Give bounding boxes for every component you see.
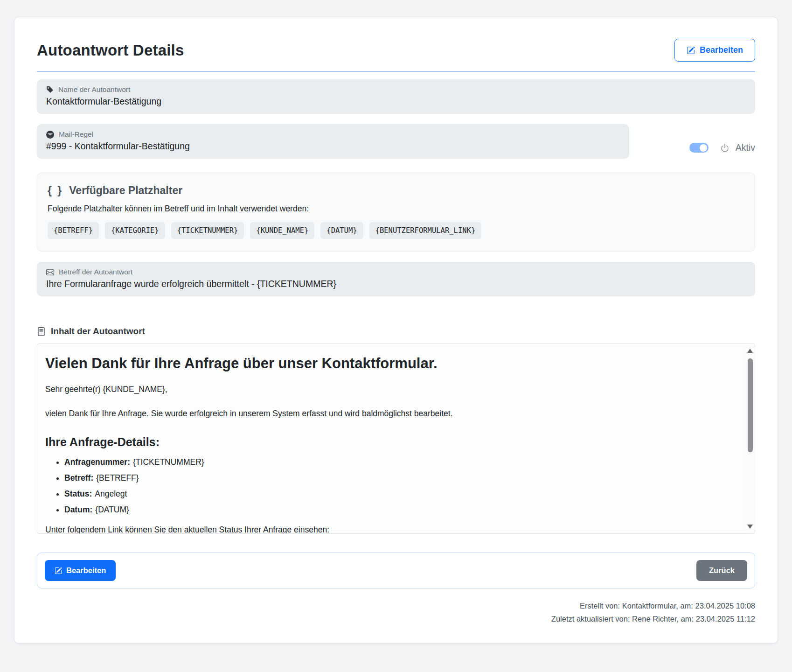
mail-details-heading: Ihre Anfrage-Details: bbox=[45, 435, 729, 449]
pencil-square-icon bbox=[687, 46, 695, 55]
filter-circle-icon bbox=[46, 131, 54, 139]
list-item: Anfragenummer:{TICKETNUMMER} bbox=[64, 457, 729, 467]
envelope-icon bbox=[46, 268, 54, 276]
mail-heading: Vielen Dank für Ihre Anfrage über unser … bbox=[45, 355, 729, 372]
content-preview-body: Vielen Dank für Ihre Anfrage über unser … bbox=[37, 344, 755, 534]
list-item: Status:Angelegt bbox=[64, 489, 729, 499]
action-bar: Bearbeiten Zurück bbox=[37, 553, 755, 588]
mail-rule-field-label: Mail-Regel bbox=[59, 130, 93, 139]
tag-icon bbox=[46, 86, 54, 93]
scrollbar-thumb[interactable] bbox=[748, 358, 753, 452]
placeholder-chip: {BENUTZERFORMULAR_LINK} bbox=[369, 222, 482, 239]
back-button[interactable]: Zurück bbox=[696, 560, 747, 581]
scrollbar-down-arrow-icon[interactable] bbox=[747, 525, 753, 529]
meta-info: Erstellt von: Kontaktformular, am: 23.04… bbox=[37, 600, 755, 625]
name-field: Name der Autoantwort Kontaktformular-Bes… bbox=[37, 79, 755, 114]
name-field-value: Kontaktformular-Bestätigung bbox=[46, 96, 746, 107]
autoreply-details-card: Autoantwort Details Bearbeiten Name der … bbox=[14, 17, 778, 644]
scrollbar-track[interactable] bbox=[746, 344, 754, 533]
placeholder-chip: {BETREFF} bbox=[48, 222, 99, 239]
placeholder-chip-list: {BETREFF} {KATEGORIE} {TICKETNUMMER} {KU… bbox=[48, 222, 744, 239]
braces-icon: { } bbox=[48, 184, 63, 197]
file-text-icon bbox=[37, 327, 46, 336]
mail-details-list: Anfragenummer:{TICKETNUMMER} Betreff:{BE… bbox=[45, 457, 729, 515]
placeholders-section: { } Verfügbare Platzhalter Folgende Plat… bbox=[37, 173, 755, 252]
content-section-label: Inhalt der Autoantwort bbox=[51, 326, 145, 336]
content-section-header: Inhalt der Autoantwort bbox=[37, 326, 755, 336]
mail-greeting: Sehr geehrte(r) {KUNDE_NAME}, bbox=[45, 385, 729, 394]
active-toggle[interactable] bbox=[689, 143, 709, 153]
subject-field-label: Betreff der Autoantwort bbox=[59, 268, 132, 276]
mail-rule-field-value: #999 - Kontaktformular-Bestätigung bbox=[46, 141, 620, 152]
subject-field-value: Ihre Formularanfrage wurde erfolgreich ü… bbox=[46, 279, 746, 289]
placeholder-chip: {KUNDE_NAME} bbox=[250, 222, 314, 239]
header: Autoantwort Details Bearbeiten bbox=[37, 39, 755, 62]
name-field-label: Name der Autoantwort bbox=[58, 85, 130, 94]
active-toggle-group: Aktiv bbox=[689, 142, 755, 153]
list-item: Datum:{DATUM} bbox=[64, 505, 729, 515]
page-title: Autoantwort Details bbox=[37, 42, 184, 59]
active-label: Aktiv bbox=[736, 142, 755, 153]
edit-button-footer-label: Bearbeiten bbox=[66, 566, 106, 575]
mail-link-line: Unter folgendem Link können Sie den aktu… bbox=[45, 525, 729, 534]
placeholder-chip: {DATUM} bbox=[320, 222, 363, 239]
power-icon bbox=[720, 143, 729, 153]
content-preview[interactable]: Vielen Dank für Ihre Anfrage über unser … bbox=[37, 343, 755, 534]
subject-field: Betreff der Autoantwort Ihre Formularanf… bbox=[37, 262, 755, 296]
edit-button-footer[interactable]: Bearbeiten bbox=[45, 560, 116, 581]
edit-button-header[interactable]: Bearbeiten bbox=[674, 39, 755, 62]
list-item: Betreff:{BETREFF} bbox=[64, 473, 729, 483]
mail-intro: vielen Dank für Ihre Anfrage. Sie wurde … bbox=[45, 409, 729, 419]
header-divider bbox=[37, 71, 755, 72]
mail-rule-field: Mail-Regel #999 - Kontaktformular-Bestät… bbox=[37, 124, 629, 159]
mail-rule-row: Mail-Regel #999 - Kontaktformular-Bestät… bbox=[37, 124, 755, 159]
placeholders-description: Folgende Platzhalter können im Betreff u… bbox=[48, 204, 744, 214]
updated-info: Zuletzt aktualisiert von: Rene Richter, … bbox=[37, 613, 755, 626]
edit-button-header-label: Bearbeiten bbox=[700, 45, 743, 55]
placeholder-chip: {KATEGORIE} bbox=[105, 222, 165, 239]
placeholder-chip: {TICKETNUMMER} bbox=[171, 222, 244, 239]
created-info: Erstellt von: Kontaktformular, am: 23.04… bbox=[37, 600, 755, 613]
placeholders-title: Verfügbare Platzhalter bbox=[69, 184, 182, 197]
toggle-knob bbox=[700, 144, 707, 152]
scrollbar-up-arrow-icon[interactable] bbox=[747, 349, 753, 353]
pencil-square-icon bbox=[55, 567, 62, 574]
